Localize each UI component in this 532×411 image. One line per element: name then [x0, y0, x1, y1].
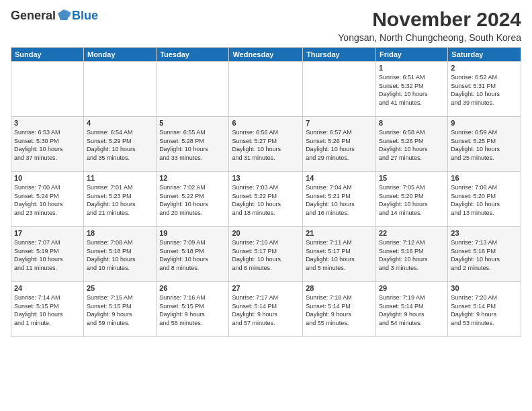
cell-r4-c5: 21Sunrise: 7:11 AM Sunset: 5:17 PM Dayli…	[303, 227, 376, 282]
cell-r2-c3: 5Sunrise: 6:55 AM Sunset: 5:28 PM Daylig…	[157, 117, 229, 172]
day-info: Sunrise: 7:11 AM Sunset: 5:17 PM Dayligh…	[306, 238, 373, 272]
day-info: Sunrise: 7:10 AM Sunset: 5:17 PM Dayligh…	[232, 238, 300, 272]
day-info: Sunrise: 6:51 AM Sunset: 5:32 PM Dayligh…	[379, 73, 445, 107]
calendar-row-4: 17Sunrise: 7:07 AM Sunset: 5:19 PM Dayli…	[11, 227, 521, 282]
cell-r5-c4: 27Sunrise: 7:17 AM Sunset: 5:14 PM Dayli…	[229, 282, 303, 337]
day-info: Sunrise: 7:12 AM Sunset: 5:16 PM Dayligh…	[379, 238, 445, 272]
day-number: 18	[87, 229, 153, 237]
day-number: 17	[14, 229, 81, 237]
day-info: Sunrise: 6:58 AM Sunset: 5:26 PM Dayligh…	[379, 128, 445, 162]
cell-r4-c2: 18Sunrise: 7:08 AM Sunset: 5:18 PM Dayli…	[83, 227, 156, 282]
day-info: Sunrise: 6:53 AM Sunset: 5:30 PM Dayligh…	[14, 128, 81, 162]
day-number: 6	[232, 119, 300, 127]
cell-r4-c4: 20Sunrise: 7:10 AM Sunset: 5:17 PM Dayli…	[229, 227, 303, 282]
logo: General Blue	[11, 8, 98, 23]
cell-r5-c2: 25Sunrise: 7:15 AM Sunset: 5:15 PM Dayli…	[83, 282, 156, 337]
day-info: Sunrise: 7:20 AM Sunset: 5:14 PM Dayligh…	[451, 293, 518, 327]
cell-r1-c3	[157, 62, 229, 117]
day-info: Sunrise: 7:13 AM Sunset: 5:16 PM Dayligh…	[451, 238, 518, 272]
day-number: 15	[379, 174, 445, 182]
cell-r5-c7: 30Sunrise: 7:20 AM Sunset: 5:14 PM Dayli…	[448, 282, 521, 337]
calendar-row-2: 3Sunrise: 6:53 AM Sunset: 5:30 PM Daylig…	[11, 117, 521, 172]
day-number: 8	[379, 119, 445, 127]
day-info: Sunrise: 7:05 AM Sunset: 5:20 PM Dayligh…	[379, 183, 445, 217]
day-number: 3	[14, 119, 81, 127]
day-info: Sunrise: 7:07 AM Sunset: 5:19 PM Dayligh…	[14, 238, 81, 272]
day-number: 11	[87, 174, 153, 182]
day-number: 16	[451, 174, 518, 182]
day-number: 26	[159, 284, 226, 292]
day-info: Sunrise: 7:16 AM Sunset: 5:15 PM Dayligh…	[159, 293, 226, 327]
day-number: 5	[159, 119, 226, 127]
day-info: Sunrise: 6:56 AM Sunset: 5:27 PM Dayligh…	[232, 128, 300, 162]
cell-r1-c6: 1Sunrise: 6:51 AM Sunset: 5:32 PM Daylig…	[375, 62, 447, 117]
day-number: 4	[87, 119, 153, 127]
logo-blue-text: Blue	[72, 9, 98, 23]
cell-r1-c4	[229, 62, 303, 117]
col-monday: Monday	[83, 48, 156, 62]
day-info: Sunrise: 7:14 AM Sunset: 5:15 PM Dayligh…	[14, 293, 81, 327]
day-number: 9	[451, 119, 518, 127]
cell-r2-c2: 4Sunrise: 6:54 AM Sunset: 5:29 PM Daylig…	[83, 117, 156, 172]
day-info: Sunrise: 6:59 AM Sunset: 5:25 PM Dayligh…	[451, 128, 518, 162]
day-number: 25	[87, 284, 153, 292]
day-number: 23	[451, 229, 518, 237]
col-saturday: Saturday	[448, 48, 521, 62]
logo-general-text: General	[11, 9, 56, 23]
cell-r4-c6: 22Sunrise: 7:12 AM Sunset: 5:16 PM Dayli…	[375, 227, 447, 282]
cell-r3-c3: 12Sunrise: 7:02 AM Sunset: 5:22 PM Dayli…	[157, 172, 229, 227]
month-title: November 2024	[338, 8, 521, 31]
cell-r2-c4: 6Sunrise: 6:56 AM Sunset: 5:27 PM Daylig…	[229, 117, 303, 172]
page: General Blue November 2024 Yongsan, Nort…	[0, 0, 532, 345]
calendar-row-5: 24Sunrise: 7:14 AM Sunset: 5:15 PM Dayli…	[11, 282, 521, 337]
day-number: 12	[159, 174, 226, 182]
title-area: November 2024 Yongsan, North Chungcheong…	[338, 8, 521, 43]
logo-icon	[56, 8, 71, 23]
day-number: 24	[14, 284, 81, 292]
cell-r3-c2: 11Sunrise: 7:01 AM Sunset: 5:23 PM Dayli…	[83, 172, 156, 227]
day-info: Sunrise: 6:54 AM Sunset: 5:29 PM Dayligh…	[87, 128, 153, 162]
day-info: Sunrise: 7:18 AM Sunset: 5:14 PM Dayligh…	[306, 293, 373, 327]
day-info: Sunrise: 7:17 AM Sunset: 5:14 PM Dayligh…	[232, 293, 300, 327]
cell-r3-c7: 16Sunrise: 7:06 AM Sunset: 5:20 PM Dayli…	[448, 172, 521, 227]
cell-r3-c6: 15Sunrise: 7:05 AM Sunset: 5:20 PM Dayli…	[375, 172, 447, 227]
day-number: 7	[306, 119, 373, 127]
col-wednesday: Wednesday	[229, 48, 303, 62]
col-thursday: Thursday	[303, 48, 376, 62]
day-info: Sunrise: 6:55 AM Sunset: 5:28 PM Dayligh…	[159, 128, 226, 162]
cell-r1-c1	[11, 62, 84, 117]
col-tuesday: Tuesday	[157, 48, 229, 62]
day-info: Sunrise: 7:19 AM Sunset: 5:14 PM Dayligh…	[379, 293, 445, 327]
day-number: 13	[232, 174, 300, 182]
day-info: Sunrise: 7:01 AM Sunset: 5:23 PM Dayligh…	[87, 183, 153, 217]
cell-r1-c5	[303, 62, 376, 117]
day-number: 10	[14, 174, 81, 182]
cell-r3-c4: 13Sunrise: 7:03 AM Sunset: 5:22 PM Dayli…	[229, 172, 303, 227]
cell-r5-c1: 24Sunrise: 7:14 AM Sunset: 5:15 PM Dayli…	[11, 282, 84, 337]
day-number: 22	[379, 229, 445, 237]
day-info: Sunrise: 7:02 AM Sunset: 5:22 PM Dayligh…	[159, 183, 226, 217]
day-number: 29	[379, 284, 445, 292]
day-info: Sunrise: 7:06 AM Sunset: 5:20 PM Dayligh…	[451, 183, 518, 217]
day-number: 20	[232, 229, 300, 237]
day-number: 21	[306, 229, 373, 237]
day-number: 19	[159, 229, 226, 237]
cell-r5-c3: 26Sunrise: 7:16 AM Sunset: 5:15 PM Dayli…	[157, 282, 229, 337]
day-number: 28	[306, 284, 373, 292]
day-number: 2	[451, 64, 518, 72]
cell-r1-c7: 2Sunrise: 6:52 AM Sunset: 5:31 PM Daylig…	[448, 62, 521, 117]
day-number: 14	[306, 174, 373, 182]
col-friday: Friday	[375, 48, 447, 62]
cell-r5-c6: 29Sunrise: 7:19 AM Sunset: 5:14 PM Dayli…	[375, 282, 447, 337]
cell-r3-c1: 10Sunrise: 7:00 AM Sunset: 5:24 PM Dayli…	[11, 172, 84, 227]
cell-r3-c5: 14Sunrise: 7:04 AM Sunset: 5:21 PM Dayli…	[303, 172, 376, 227]
cell-r5-c5: 28Sunrise: 7:18 AM Sunset: 5:14 PM Dayli…	[303, 282, 376, 337]
header-row: Sunday Monday Tuesday Wednesday Thursday…	[11, 48, 521, 62]
day-info: Sunrise: 7:09 AM Sunset: 5:18 PM Dayligh…	[159, 238, 226, 272]
day-info: Sunrise: 7:03 AM Sunset: 5:22 PM Dayligh…	[232, 183, 300, 217]
day-info: Sunrise: 6:57 AM Sunset: 5:26 PM Dayligh…	[306, 128, 373, 162]
day-number: 30	[451, 284, 518, 292]
cell-r2-c1: 3Sunrise: 6:53 AM Sunset: 5:30 PM Daylig…	[11, 117, 84, 172]
location-title: Yongsan, North Chungcheong, South Korea	[338, 32, 521, 43]
day-info: Sunrise: 7:15 AM Sunset: 5:15 PM Dayligh…	[87, 293, 153, 327]
